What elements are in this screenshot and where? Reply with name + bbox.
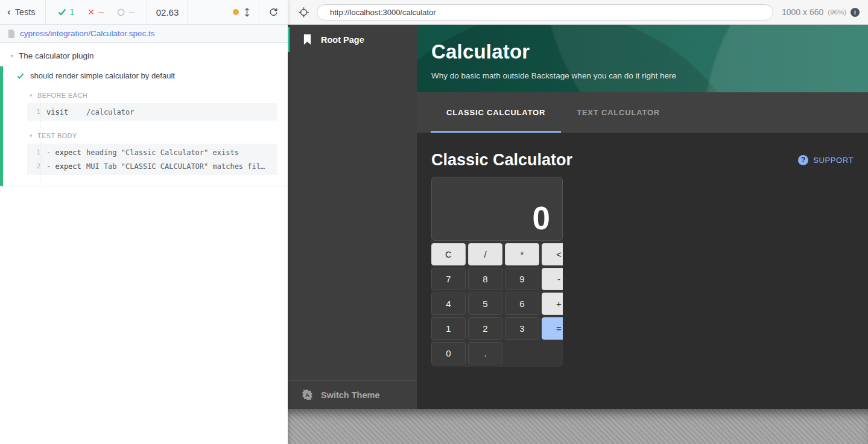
calc-button-<[interactable]: < <box>542 243 563 265</box>
calc-button-=[interactable]: = <box>542 317 563 340</box>
url-field[interactable]: http://localhost:3000/calculator <box>317 4 773 21</box>
calc-button-6[interactable]: 6 <box>505 293 539 315</box>
spec-file-link[interactable]: cypress/integration/Calculator.spec.ts <box>20 29 155 38</box>
sidebar-item-root-page[interactable]: Root Page <box>288 25 417 54</box>
theme-icon: A <box>301 388 314 401</box>
refresh-icon <box>268 7 279 17</box>
support-button[interactable]: ? SUPPORT <box>798 155 854 165</box>
calc-button-C[interactable]: C <box>431 243 466 265</box>
section-title: BEFORE EACH <box>37 92 87 99</box>
status-dot-icon <box>233 9 239 15</box>
runnables-list: ▾ The calculator plugin should render si… <box>0 43 288 186</box>
selector-playground-button[interactable] <box>298 7 309 18</box>
outside-viewport-stripes <box>288 409 868 444</box>
command-name: - expect <box>46 148 86 157</box>
page-subtitle: Why do basic math outside Backstage when… <box>431 71 868 80</box>
crosshair-icon <box>298 7 309 18</box>
caret-down-icon: ▾ <box>30 133 33 139</box>
support-label: SUPPORT <box>813 156 854 165</box>
suite-title: The calculator plugin <box>19 51 94 60</box>
viewport-info: 1000 x 660 (96%) i <box>782 7 860 17</box>
passed-filter[interactable]: 1 <box>58 7 75 17</box>
calculator-card: 0 C/*<789-456+123=0. <box>431 177 563 367</box>
failed-filter[interactable]: ✕ -- <box>87 7 104 17</box>
command-message: heading "Classic Calculator" exists <box>86 148 277 157</box>
file-icon <box>8 30 15 38</box>
content-header: Classic Calculator ? SUPPORT <box>431 147 854 173</box>
toolbar-spacer <box>188 0 224 24</box>
test-title: should render simple calculator by defau… <box>30 71 175 80</box>
svg-text:A: A <box>305 392 309 398</box>
calc-button-7[interactable]: 7 <box>431 268 466 290</box>
calc-button-9[interactable]: 9 <box>505 268 539 290</box>
auto-scroll-toggle[interactable] <box>224 0 259 24</box>
command-block: 1- expectheading "Classic Calculator" ex… <box>27 144 277 175</box>
viewport-zoom: (96%) <box>828 8 846 16</box>
calc-button-2[interactable]: 2 <box>468 317 502 340</box>
command-number: 1 <box>27 108 46 116</box>
sidebar-item-label: Root Page <box>321 35 364 45</box>
calc-button-3[interactable]: 3 <box>505 317 539 340</box>
calc-button-+[interactable]: + <box>542 293 563 315</box>
help-icon: ? <box>798 155 808 165</box>
command-section-label[interactable]: ▾TEST BODY <box>30 132 288 139</box>
switch-theme-label: Switch Theme <box>321 390 380 400</box>
tab-text-calculator[interactable]: TEXT CALCULATOR <box>561 92 676 133</box>
app-under-test: Root Page A Switch Theme Calculator Why … <box>288 25 868 409</box>
calculator-display-value: 0 <box>533 202 550 234</box>
command-name: visit <box>46 108 86 116</box>
calc-button-8[interactable]: 8 <box>468 268 502 290</box>
command-message: MUI Tab "CLASSIC CALCULATOR" matches fil… <box>86 162 277 171</box>
indent-guide-line <box>40 88 40 185</box>
pending-filter[interactable]: -- <box>117 7 134 17</box>
calculator-keypad: C/*<789-456+123=0. <box>431 243 563 364</box>
pending-circle-icon <box>117 8 125 16</box>
command-log: ▾BEFORE EACH1visit/calculator▾TEST BODY1… <box>3 92 288 175</box>
viewport-info-icon[interactable]: i <box>851 8 860 17</box>
calc-button-.[interactable]: . <box>468 342 502 364</box>
command-row[interactable]: 1- expectheading "Classic Calculator" ex… <box>27 145 277 159</box>
app-sidebar: Root Page A Switch Theme <box>288 25 417 409</box>
calc-button--[interactable]: - <box>542 268 563 290</box>
caret-down-icon: ▾ <box>30 93 33 98</box>
failed-count: -- <box>98 7 104 17</box>
command-block: 1visit/calculator <box>27 103 277 121</box>
passed-count: 1 <box>70 7 75 17</box>
pending-count: -- <box>128 7 134 17</box>
cypress-toolbar: ‹ Tests 1 ✕ -- -- 02.63 <box>0 0 288 25</box>
app-main: Calculator Why do basic math outside Bac… <box>417 25 868 409</box>
command-section-label[interactable]: ▾BEFORE EACH <box>30 92 288 99</box>
calc-button-4[interactable]: 4 <box>431 293 466 315</box>
calc-button-1[interactable]: 1 <box>431 317 466 340</box>
bookmark-icon <box>303 34 312 45</box>
test-stats: 1 ✕ -- -- <box>46 0 147 24</box>
tab-classic-calculator[interactable]: CLASSIC CALCULATOR <box>431 92 561 133</box>
cypress-reporter-panel: ‹ Tests 1 ✕ -- -- 02.63 <box>0 0 288 444</box>
chevron-left-icon: ‹ <box>7 7 11 17</box>
suite-row[interactable]: ▾ The calculator plugin <box>0 43 288 64</box>
aut-url-bar: http://localhost:3000/calculator 1000 x … <box>288 0 868 25</box>
test-block: should render simple calculator by defau… <box>0 66 288 186</box>
rerun-tests-button[interactable] <box>259 0 288 24</box>
test-duration: 02.63 <box>147 0 189 24</box>
switch-theme-button[interactable]: A Switch Theme <box>288 380 417 409</box>
test-row[interactable]: should render simple calculator by defau… <box>3 71 288 80</box>
calc-button-/[interactable]: / <box>468 243 502 265</box>
command-row[interactable]: 1visit/calculator <box>27 105 277 119</box>
command-row[interactable]: 2- expectMUI Tab "CLASSIC CALCULATOR" ma… <box>27 159 277 173</box>
page-header: Calculator Why do basic math outside Bac… <box>417 25 868 92</box>
calculator-display: 0 <box>431 177 563 241</box>
viewport-size: 1000 x 660 <box>782 7 823 17</box>
calc-button-*[interactable]: * <box>505 243 539 265</box>
caret-down-icon: ▾ <box>10 53 13 59</box>
back-to-tests-label: Tests <box>15 7 36 17</box>
command-number: 1 <box>27 148 46 156</box>
spec-file-row: cypress/integration/Calculator.spec.ts <box>0 25 288 43</box>
vertical-arrows-icon <box>244 7 250 17</box>
calc-button-0[interactable]: 0 <box>431 342 466 364</box>
section-title: TEST BODY <box>37 132 77 139</box>
check-icon <box>58 8 66 16</box>
back-to-tests-button[interactable]: ‹ Tests <box>0 0 46 24</box>
calc-button-5[interactable]: 5 <box>468 293 502 315</box>
command-name: - expect <box>46 162 86 171</box>
